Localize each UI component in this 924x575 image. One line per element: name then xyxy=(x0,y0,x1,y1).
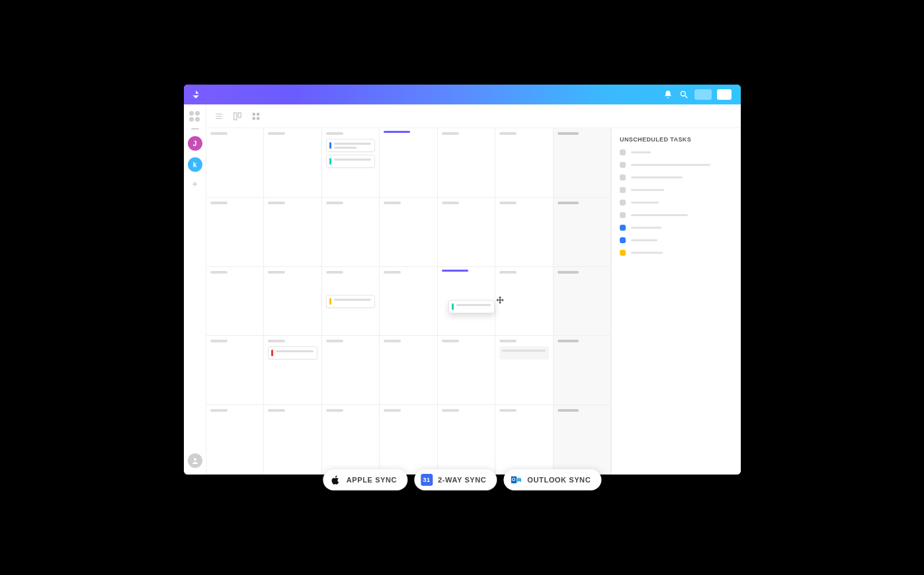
calendar-cell[interactable] xyxy=(206,336,264,405)
calendar-cell[interactable] xyxy=(495,198,553,267)
task-card[interactable] xyxy=(326,155,375,168)
calendar-cell[interactable] xyxy=(380,405,437,475)
date-placeholder xyxy=(558,271,579,274)
calendar-cell[interactable] xyxy=(380,336,437,405)
calendar-cell[interactable] xyxy=(264,336,321,405)
calendar-cell[interactable] xyxy=(322,128,380,198)
date-placeholder xyxy=(326,132,343,135)
calendar-cell[interactable] xyxy=(554,198,611,267)
calendar-cell[interactable] xyxy=(495,267,553,336)
calendar-cell[interactable] xyxy=(380,267,437,336)
calendar-cell[interactable] xyxy=(206,267,264,336)
search-icon[interactable] xyxy=(679,90,689,99)
svg-line-1 xyxy=(685,96,688,98)
calendar-cell[interactable] xyxy=(264,267,321,336)
task-status-dot xyxy=(620,225,626,231)
unscheduled-title: UNSCHEDULED TASKS xyxy=(620,136,733,143)
date-placeholder xyxy=(442,340,459,342)
main-column: UNSCHEDULED TASKS xyxy=(206,104,741,475)
calendar-cell[interactable] xyxy=(495,405,553,475)
sync-pill-outlook[interactable]: OOUTLOOK SYNC xyxy=(503,469,601,490)
date-placeholder xyxy=(268,340,285,342)
date-placeholder xyxy=(326,271,343,274)
task-status-dot xyxy=(620,212,626,218)
calendar-cell[interactable] xyxy=(554,405,611,475)
move-cursor-icon xyxy=(496,296,504,306)
workspace-avatar[interactable]: J xyxy=(188,136,202,151)
unscheduled-task[interactable] xyxy=(620,212,733,218)
sync-pill-google[interactable]: 312-WAY SYNC xyxy=(414,469,497,490)
unscheduled-task[interactable] xyxy=(620,225,733,231)
board-view-icon[interactable] xyxy=(233,112,242,121)
calendar-cell[interactable] xyxy=(380,198,437,267)
calendar-grid[interactable] xyxy=(206,128,611,475)
calendar-cell[interactable] xyxy=(438,267,495,336)
calendar-cell[interactable] xyxy=(380,128,437,198)
svg-point-2 xyxy=(194,458,196,461)
task-title-placeholder xyxy=(631,252,663,254)
svg-rect-9 xyxy=(257,112,259,115)
date-placeholder xyxy=(499,202,517,204)
header-toggle[interactable] xyxy=(694,89,712,100)
date-placeholder xyxy=(326,409,343,412)
calendar-cell[interactable] xyxy=(264,128,321,198)
calendar-cell[interactable] xyxy=(438,405,495,475)
calendar-cell[interactable] xyxy=(438,128,495,198)
calendar-cell[interactable] xyxy=(495,336,553,405)
task-card-dragging[interactable] xyxy=(448,300,495,313)
add-workspace-button[interactable]: + xyxy=(192,178,197,189)
calendar-cell[interactable] xyxy=(438,198,495,267)
calendar-cell[interactable] xyxy=(322,336,380,405)
calendar-cell[interactable] xyxy=(206,405,264,475)
list-view-icon[interactable] xyxy=(214,112,224,121)
calendar-cell[interactable] xyxy=(206,198,264,267)
unscheduled-task[interactable] xyxy=(620,250,733,256)
svg-rect-7 xyxy=(238,112,241,117)
content-row: UNSCHEDULED TASKS xyxy=(206,128,741,475)
task-accent xyxy=(329,298,331,305)
bell-icon[interactable] xyxy=(663,90,673,99)
date-placeholder xyxy=(558,340,579,342)
rail-divider xyxy=(191,128,199,130)
unscheduled-task[interactable] xyxy=(620,237,733,243)
calendar-cell[interactable] xyxy=(322,405,380,475)
calendar-cell[interactable] xyxy=(495,128,553,198)
task-title-placeholder xyxy=(631,227,661,229)
app-window: Jk + UNSCHEDULE xyxy=(184,85,741,475)
unscheduled-task[interactable] xyxy=(620,187,733,193)
calendar-cell[interactable] xyxy=(438,336,495,405)
calendar-cell[interactable] xyxy=(322,267,380,336)
sync-pill-apple[interactable]: APPLE SYNC xyxy=(323,469,407,490)
calendar-cell[interactable] xyxy=(554,336,611,405)
calendar-cell[interactable] xyxy=(206,128,264,198)
task-card[interactable] xyxy=(326,295,375,308)
date-placeholder xyxy=(268,132,285,135)
date-placeholder xyxy=(268,409,285,412)
task-text-placeholder xyxy=(456,303,491,310)
task-card[interactable] xyxy=(499,346,548,360)
task-text-placeholder xyxy=(502,349,545,357)
grid-view-icon[interactable] xyxy=(251,112,261,121)
unscheduled-task[interactable] xyxy=(620,200,733,206)
google-calendar-icon: 31 xyxy=(421,474,433,486)
unscheduled-task[interactable] xyxy=(620,174,733,180)
calendar-cell[interactable] xyxy=(264,198,321,267)
calendar-cell[interactable] xyxy=(322,198,380,267)
profile-avatar[interactable] xyxy=(188,453,202,468)
calendar-cell[interactable] xyxy=(264,405,321,475)
apple-icon xyxy=(329,474,341,486)
workspace-avatar[interactable]: k xyxy=(188,157,202,172)
calendar-cell[interactable] xyxy=(554,267,611,336)
unscheduled-task[interactable] xyxy=(620,149,733,155)
header-button[interactable] xyxy=(717,89,732,100)
outlook-icon: O xyxy=(510,474,522,486)
apps-icon[interactable] xyxy=(189,111,201,122)
day-highlight xyxy=(384,131,410,133)
date-placeholder xyxy=(268,202,285,204)
task-card[interactable] xyxy=(326,139,375,152)
task-card[interactable] xyxy=(268,346,317,360)
date-placeholder xyxy=(499,132,517,135)
task-status-dot xyxy=(620,250,626,256)
unscheduled-task[interactable] xyxy=(620,162,733,168)
calendar-cell[interactable] xyxy=(554,128,611,198)
